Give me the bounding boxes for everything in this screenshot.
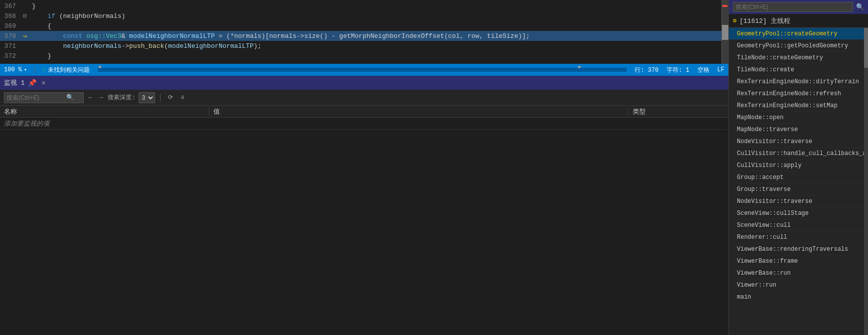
line-number-367: 367 — [0, 2, 20, 10]
issues-text: 未找到相关问题 — [48, 66, 90, 74]
encoding-info: LF — [717, 66, 724, 73]
callstack-item-20[interactable]: ViewerBase::run — [729, 267, 868, 279]
scroll-left-arrow[interactable]: ◀ — [98, 64, 101, 70]
refresh-btn[interactable]: ⟳ — [166, 92, 175, 103]
watch-search-input[interactable] — [6, 94, 66, 101]
callstack-thread-header: ⚙ [11612] 主线程 — [729, 14, 868, 28]
line-content-369: { — [30, 22, 51, 30]
callstack-item-14[interactable]: NodeVisitor::traverse — [729, 195, 868, 207]
code-line-370: 370 ⇒ const osg::Vec3& modelNeighborNorm… — [0, 31, 728, 41]
callstack-item-18[interactable]: ViewerBase::renderingTraversals — [729, 243, 868, 255]
line-number-369: 369 — [0, 22, 20, 30]
watch-close-btn[interactable]: ✕ — [42, 79, 46, 87]
watch-columns: 名称 值 类型 — [0, 106, 728, 118]
code-line-369: 369 { — [0, 21, 728, 31]
current-line-indicator: ⇒ — [20, 32, 30, 40]
status-right: 行: 370 字符: 1 空格 LF — [635, 66, 724, 74]
search-icon[interactable]: 🔍 — [66, 94, 74, 101]
callstack-item-2[interactable]: TileNode::createGeometry — [729, 52, 868, 64]
line-info: 行: 370 — [635, 66, 659, 74]
thread-label: [11612] 主线程 — [739, 16, 790, 25]
line-number-368: 368 — [0, 12, 20, 20]
watch-pin-btn[interactable]: 📌 — [28, 78, 37, 87]
char-info: 字符: 1 — [667, 66, 690, 74]
depth-label: 搜索深度: — [108, 93, 135, 102]
callstack-list[interactable]: GeometryPool::createGeometry GeometryPoo… — [729, 28, 868, 335]
indent-info: 空格 — [697, 66, 709, 74]
callstack-item-0[interactable]: GeometryPool::createGeometry — [729, 28, 868, 40]
callstack-item-3[interactable]: TileNode::create — [729, 64, 868, 76]
callstack-item-4[interactable]: RexTerrainEngineNode::dirtyTerrain — [729, 76, 868, 88]
callstack-item-5[interactable]: RexTerrainEngineNode::refresh — [729, 88, 868, 100]
code-line-367: 367 } — [0, 1, 728, 11]
callstack-search-bar: 🔍 — [729, 0, 868, 14]
callstack-item-1[interactable]: GeometryPool::getPooledGeometry — [729, 40, 868, 52]
check-icon: ✓ — [42, 66, 46, 74]
editor-scrollbar[interactable] — [721, 0, 728, 64]
callstack-item-21[interactable]: Viewer::run — [729, 279, 868, 291]
line-content-368: if (neighborNormals) — [30, 12, 125, 20]
code-line-372: 372 } — [0, 51, 728, 61]
callstack-item-9[interactable]: NodeVisitor::traverse — [729, 136, 868, 148]
code-lines: 367 } 368 ⊟ if (neighborNormals) 369 { 3… — [0, 0, 728, 61]
callstack-item-7[interactable]: MapNode::open — [729, 112, 868, 124]
col-name-header: 名称 — [0, 107, 209, 116]
status-bar: 100 % ▾ | ✓ 未找到相关问题 ◀ ▶ 行: 370 字符: 1 空格 … — [0, 64, 728, 76]
nav-forward-btn[interactable]: → — [97, 93, 105, 102]
callstack-item-12[interactable]: Group::accept — [729, 171, 868, 183]
callstack-item-19[interactable]: ViewerBase::frame — [729, 255, 868, 267]
line-content-371: neighborNormals->push_back(modelNeighbor… — [30, 42, 261, 50]
line-content-372: } — [30, 52, 51, 60]
col-value-header: 值 — [209, 107, 629, 116]
callstack-item-22[interactable]: main — [729, 291, 868, 303]
callstack-item-15[interactable]: SceneView::cullStage — [729, 207, 868, 219]
scrollbar-error-marker — [722, 5, 727, 7]
scroll-right-arrow[interactable]: ▶ — [578, 64, 581, 70]
nav-back-btn[interactable]: ← — [87, 93, 94, 102]
code-editor: 367 } 368 ⊟ if (neighborNormals) 369 { 3… — [0, 0, 728, 64]
watch-body[interactable]: 添加要监视的项 — [0, 118, 728, 335]
callstack-item-16[interactable]: SceneView::cull — [729, 219, 868, 231]
watch-search-box[interactable]: 🔍 — [4, 92, 84, 103]
thread-icon: ⚙ — [733, 17, 736, 24]
line-number-370: 370 — [0, 32, 20, 40]
watch-title: 监视 1 — [4, 78, 25, 87]
line-content-370: const osg::Vec3& modelNeighborNormalLTP … — [30, 32, 530, 40]
toolbar-separator-1 — [160, 94, 161, 102]
callstack-item-8[interactable]: MapNode::traverse — [729, 124, 868, 136]
callstack-item-6[interactable]: RexTerrainEngineNode::setMap — [729, 100, 868, 112]
depth-select[interactable]: 3 1 2 4 5 — [139, 92, 155, 103]
callstack-panel: 🔍 ⚙ [11612] 主线程 GeometryPool::createGeom… — [728, 0, 868, 335]
callstack-scrollbar-thumb[interactable] — [864, 28, 868, 68]
code-line-371: 371 neighborNormals->push_back(modelNeig… — [0, 41, 728, 51]
callstack-item-17[interactable]: Renderer::cull — [729, 231, 868, 243]
zoom-dropdown-icon[interactable]: ▾ — [24, 67, 27, 73]
callstack-scrollbar[interactable] — [864, 28, 868, 335]
line-number-371: 371 — [0, 42, 20, 50]
zoom-value: 100 % — [4, 66, 22, 73]
watch-add-row[interactable]: 添加要监视的项 — [0, 118, 728, 130]
scroll-track[interactable]: ◀ ▶ — [98, 68, 626, 72]
watch-panel-header: 监视 1 📌 ✕ — [0, 76, 728, 90]
issues-status[interactable]: ✓ 未找到相关问题 — [42, 66, 90, 74]
collapse-all-btn[interactable]: ≡ — [178, 93, 187, 103]
code-line-368: 368 ⊟ if (neighborNormals) — [0, 11, 728, 21]
callstack-search-icon[interactable]: 🔍 — [856, 3, 864, 11]
col-type-header: 类型 — [629, 107, 728, 116]
scrollbar-thumb[interactable] — [722, 25, 728, 40]
callstack-item-13[interactable]: Group::traverse — [729, 183, 868, 195]
collapse-icon-368[interactable]: ⊟ — [20, 12, 30, 20]
zoom-level[interactable]: 100 % ▾ — [4, 66, 27, 73]
callstack-search-input[interactable] — [733, 2, 853, 12]
callstack-item-10[interactable]: CullVisitor::handle_cull_callbacks_and_t… — [729, 148, 868, 160]
callstack-item-11[interactable]: CullVisitor::apply — [729, 160, 868, 171]
watch-toolbar: 🔍 ← → 搜索深度: 3 1 2 4 5 ⟳ ≡ — [0, 90, 728, 106]
line-number-372: 372 — [0, 52, 20, 60]
line-content-367: } — [30, 2, 36, 10]
